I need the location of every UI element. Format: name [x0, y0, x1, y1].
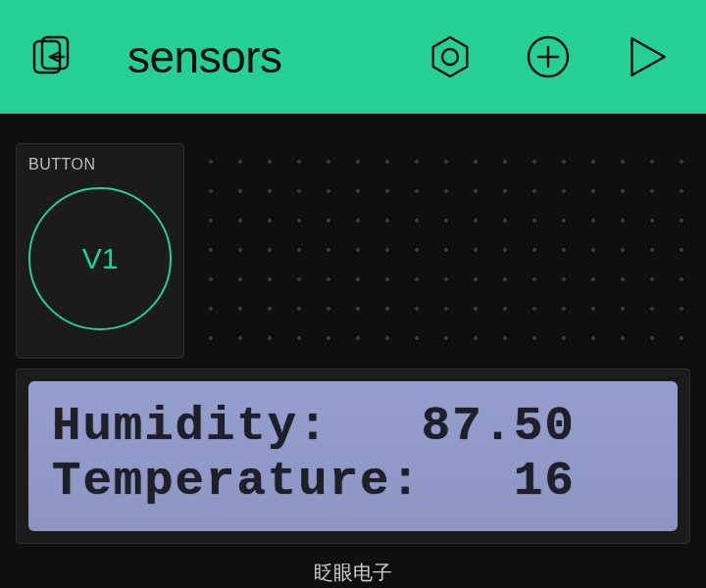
canvas-gap [16, 129, 690, 143]
svg-marker-3 [433, 37, 468, 76]
app-header: sensors [0, 0, 706, 114]
canvas-area: BUTTON V1 Humidity: 87.50 Temperature: 1… [0, 114, 706, 588]
back-icon[interactable] [24, 28, 80, 85]
header-actions [422, 28, 675, 85]
svg-point-4 [442, 49, 458, 65]
widget-button-label: BUTTON [28, 156, 172, 173]
play-icon[interactable] [618, 28, 675, 85]
settings-icon[interactable] [422, 28, 479, 85]
footer-brand: 眨眼电子 [0, 560, 706, 586]
widget-lcd[interactable]: Humidity: 87.50 Temperature: 16 [16, 368, 690, 544]
add-icon[interactable] [520, 28, 577, 85]
lcd-line-1: Humidity: 87.50 [52, 399, 654, 454]
svg-marker-8 [631, 38, 664, 75]
virtual-button[interactable]: V1 [28, 187, 172, 330]
lcd-line-2: Temperature: 16 [52, 454, 654, 509]
project-title[interactable]: sensors [127, 30, 398, 83]
widget-button[interactable]: BUTTON V1 [16, 143, 184, 359]
lcd-screen: Humidity: 87.50 Temperature: 16 [28, 381, 678, 531]
